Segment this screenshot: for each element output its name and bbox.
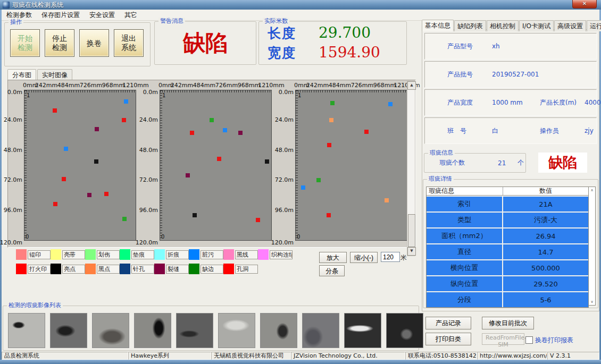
tab-io-test[interactable]: I/O卡测试 bbox=[519, 20, 554, 31]
tab-realtime[interactable]: 实时图像 bbox=[37, 69, 72, 80]
table-cell-label: 索引 bbox=[427, 197, 503, 211]
scatter-plot: 10 bbox=[160, 90, 272, 241]
chart-2: 0mm242mm484mm726mm968mm1210mm0.0m24.0m48… bbox=[145, 81, 272, 247]
table-cell-label: 横向位置 bbox=[427, 260, 503, 275]
print-report-checkbox[interactable] bbox=[525, 336, 533, 344]
data-point bbox=[193, 213, 197, 217]
legend-item: 划伤 bbox=[85, 249, 120, 260]
data-point bbox=[190, 131, 194, 135]
legend-label: 织构连续 bbox=[270, 250, 293, 259]
start-detect-button[interactable]: 开始 检测 bbox=[10, 29, 40, 57]
scroll-thumb[interactable] bbox=[408, 214, 415, 247]
legend-item: 黑点 bbox=[85, 264, 120, 274]
y-axis-label: 48.0m bbox=[4, 146, 22, 153]
legend-item: 亮点 bbox=[51, 264, 85, 274]
defect-thumbnail[interactable] bbox=[92, 313, 129, 348]
table-cell-label: 纵向位置 bbox=[427, 276, 503, 291]
plot-top-label: 1 bbox=[27, 92, 30, 98]
plot-bottom-label: 0 bbox=[297, 234, 300, 240]
zoom-out-button[interactable]: 缩小(-) bbox=[350, 252, 378, 263]
defect-thumbnail[interactable] bbox=[50, 313, 87, 348]
status-cell-5: 联系电话:0510-85381428 bbox=[405, 352, 477, 360]
defect-thumbnail[interactable] bbox=[134, 313, 171, 348]
table-row[interactable]: 横向位置500.000 bbox=[427, 260, 588, 275]
defect-thumbnail[interactable] bbox=[386, 313, 423, 348]
defect-count-unit: 个 bbox=[517, 158, 524, 167]
tab-run-status[interactable]: 运行状态信息 bbox=[587, 20, 601, 31]
title-bar: 瑕疵在线检测系统 ✕ bbox=[0, 0, 601, 10]
legend-swatch bbox=[154, 264, 165, 274]
table-row[interactable]: 分段5-6 bbox=[427, 292, 588, 307]
table-row[interactable]: 纵向位置29.520 bbox=[427, 276, 588, 291]
tab-advanced-settings[interactable]: 高级设置 bbox=[554, 20, 586, 31]
info-label: 产品型号 bbox=[447, 42, 492, 51]
data-point bbox=[316, 178, 321, 182]
info-value: zjy bbox=[585, 127, 601, 134]
y-axis-labels: 0.0m24.0m48.0m72.0m96.0m120.0m bbox=[145, 90, 158, 240]
data-point bbox=[238, 131, 243, 135]
chart-3: 0mm242mm484mm726mm968mm1210mm0.0m24.0m48… bbox=[280, 81, 408, 247]
window-frame-left bbox=[0, 10, 2, 360]
legend-item: 折痕 bbox=[154, 249, 189, 260]
menu-security-settings[interactable]: 安全设置 bbox=[85, 10, 120, 21]
defect-thumbnail[interactable] bbox=[8, 313, 45, 348]
defect-detail-group-label: 瑕疵详情 bbox=[427, 175, 454, 183]
x-axis-label: 484mm bbox=[57, 82, 80, 89]
legend-label: 划伤 bbox=[97, 250, 120, 259]
status-cell-3: 无锡精质视觉科技有限公司 bbox=[211, 352, 291, 360]
menu-bar: 检测参数保存图片设置安全设置其它 bbox=[2, 10, 599, 21]
defect-thumbnail[interactable] bbox=[302, 313, 339, 348]
table-row[interactable]: 面积（mm2）26.94 bbox=[427, 228, 588, 243]
print-classify-button[interactable]: 打印归类 bbox=[425, 333, 471, 345]
print-report-label: 换卷打印报表 bbox=[535, 336, 573, 345]
zoom-in-button[interactable]: 放大(+) bbox=[319, 252, 347, 263]
scroll-down-icon[interactable] bbox=[407, 247, 416, 256]
data-point bbox=[95, 127, 99, 131]
meters-group: 实际米数 长度 29.700 宽度 1594.90 bbox=[258, 21, 407, 65]
split-button[interactable]: 分条 bbox=[319, 265, 345, 276]
chart-scrollbar[interactable] bbox=[407, 81, 415, 256]
y-axis-label: 96.0m bbox=[139, 206, 158, 213]
menu-save-image-settings[interactable]: 保存图片设置 bbox=[37, 10, 85, 21]
plot-bottom-label: 0 bbox=[26, 234, 29, 240]
table-row[interactable]: 索引21A bbox=[427, 197, 588, 211]
modify-batch-button[interactable]: 修改目前批次 bbox=[482, 317, 534, 329]
tab-defect-list[interactable]: 缺陷列表 bbox=[454, 20, 486, 31]
defect-thumbnail[interactable] bbox=[344, 313, 381, 348]
scroll-up-icon[interactable] bbox=[407, 81, 416, 90]
y-axis-label: 120.0m bbox=[271, 239, 294, 246]
table-scrollbar[interactable] bbox=[588, 187, 596, 306]
exit-system-button[interactable]: 退出 系统 bbox=[114, 29, 144, 57]
table-scroll-up-icon[interactable] bbox=[589, 187, 595, 193]
menu-others[interactable]: 其它 bbox=[120, 10, 142, 21]
legend-item: 裂缝 bbox=[154, 264, 189, 274]
tab-camera-control[interactable]: 相机控制 bbox=[487, 20, 519, 31]
y-axis-label: 24.0m bbox=[139, 116, 158, 123]
view-tabs: 分布图实时图像 bbox=[7, 69, 73, 79]
table-row[interactable]: 类型污渍-大 bbox=[427, 213, 588, 227]
legend-swatch bbox=[51, 249, 61, 260]
data-point bbox=[217, 157, 221, 161]
plot-top-label: 1 bbox=[162, 92, 165, 98]
data-point bbox=[87, 193, 91, 197]
change-roll-button[interactable]: 换卷 bbox=[79, 29, 109, 57]
stop-detect-button[interactable]: 停止 检测 bbox=[45, 29, 74, 57]
defect-table: 瑕疵信息 数值 索引21A类型污渍-大面积（mm2）26.94直径14.7横向位… bbox=[426, 187, 589, 308]
info-label: 产品宽度 bbox=[447, 98, 492, 107]
data-point bbox=[265, 159, 269, 164]
plot-top-label: 1 bbox=[298, 92, 301, 98]
tab-distribution[interactable]: 分布图 bbox=[7, 69, 36, 80]
table-scroll-down-icon[interactable] bbox=[589, 299, 595, 305]
legend-label: 裂缝 bbox=[166, 265, 189, 274]
y-axis-label: 96.0m bbox=[4, 206, 22, 213]
close-button[interactable]: ✕ bbox=[572, 0, 597, 9]
defect-thumbnail[interactable] bbox=[218, 313, 255, 348]
length-range-input[interactable] bbox=[381, 252, 400, 262]
tab-basic-info[interactable]: 基本信息 bbox=[422, 20, 454, 31]
product-record-button[interactable]: 产品记录 bbox=[425, 317, 471, 329]
table-row[interactable]: 直径14.7 bbox=[427, 244, 588, 259]
defect-thumbnail[interactable] bbox=[260, 313, 297, 348]
defect-thumbnail[interactable] bbox=[176, 313, 213, 348]
table-cell-label: 面积（mm2） bbox=[427, 228, 503, 243]
data-point bbox=[104, 192, 108, 196]
